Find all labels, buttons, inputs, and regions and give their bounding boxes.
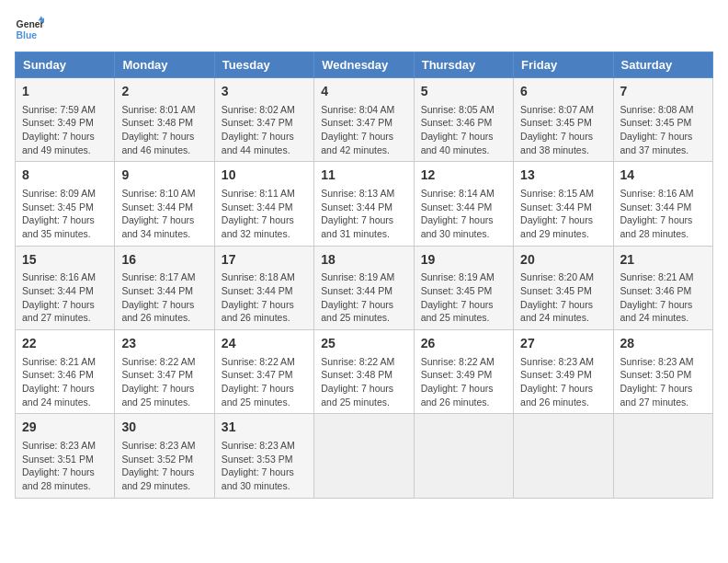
day-cell: 22Sunrise: 8:21 AMSunset: 3:46 PMDayligh… [16, 330, 115, 414]
day-info: Sunrise: 8:18 AMSunset: 3:44 PMDaylight:… [222, 270, 307, 325]
day-info: Sunrise: 8:15 AMSunset: 3:44 PMDaylight:… [520, 187, 606, 241]
day-number: 4 [321, 83, 406, 101]
col-header-wednesday: Wednesday [314, 52, 414, 78]
day-cell: 6Sunrise: 8:07 AMSunset: 3:45 PMDaylight… [514, 78, 613, 162]
day-info: Sunrise: 8:23 AMSunset: 3:50 PMDaylight:… [620, 355, 706, 409]
day-cell: 7Sunrise: 8:08 AMSunset: 3:45 PMDaylight… [613, 78, 712, 162]
calendar-body: 1Sunrise: 7:59 AMSunset: 3:49 PMDaylight… [16, 78, 713, 499]
day-cell [414, 414, 513, 498]
week-row-1: 1Sunrise: 7:59 AMSunset: 3:49 PMDaylight… [16, 78, 713, 162]
week-row-5: 29Sunrise: 8:23 AMSunset: 3:51 PMDayligh… [16, 414, 713, 498]
day-number: 18 [321, 251, 406, 270]
col-header-friday: Friday [514, 52, 613, 78]
day-number: 12 [421, 167, 506, 185]
day-number: 30 [121, 419, 207, 437]
day-cell: 21Sunrise: 8:21 AMSunset: 3:46 PMDayligh… [613, 246, 712, 329]
day-cell: 15Sunrise: 8:16 AMSunset: 3:44 PMDayligh… [16, 246, 115, 329]
day-info: Sunrise: 8:13 AMSunset: 3:44 PMDaylight:… [321, 187, 406, 241]
day-cell: 30Sunrise: 8:23 AMSunset: 3:52 PMDayligh… [115, 414, 214, 498]
day-info: Sunrise: 8:19 AMSunset: 3:45 PMDaylight:… [421, 270, 506, 325]
svg-text:General: General [17, 19, 44, 29]
day-number: 5 [421, 83, 506, 101]
day-number: 21 [620, 251, 706, 270]
day-cell: 5Sunrise: 8:05 AMSunset: 3:46 PMDaylight… [414, 78, 513, 162]
day-cell: 28Sunrise: 8:23 AMSunset: 3:50 PMDayligh… [613, 330, 712, 414]
day-info: Sunrise: 8:21 AMSunset: 3:46 PMDaylight:… [22, 355, 108, 409]
day-cell: 11Sunrise: 8:13 AMSunset: 3:44 PMDayligh… [314, 162, 414, 246]
week-row-4: 22Sunrise: 8:21 AMSunset: 3:46 PMDayligh… [16, 330, 713, 414]
header: General Blue [15, 15, 713, 44]
day-cell: 10Sunrise: 8:11 AMSunset: 3:44 PMDayligh… [214, 162, 313, 246]
day-cell: 20Sunrise: 8:20 AMSunset: 3:45 PMDayligh… [514, 246, 613, 329]
day-cell: 2Sunrise: 8:01 AMSunset: 3:48 PMDaylight… [115, 78, 214, 162]
day-info: Sunrise: 8:11 AMSunset: 3:44 PMDaylight:… [222, 187, 307, 241]
week-row-2: 8Sunrise: 8:09 AMSunset: 3:45 PMDaylight… [16, 162, 713, 246]
day-number: 29 [22, 419, 108, 437]
calendar-table: SundayMondayTuesdayWednesdayThursdayFrid… [15, 52, 713, 499]
day-number: 17 [222, 251, 307, 270]
day-cell: 31Sunrise: 8:23 AMSunset: 3:53 PMDayligh… [214, 414, 313, 498]
day-info: Sunrise: 8:17 AMSunset: 3:44 PMDaylight:… [121, 270, 207, 325]
day-cell: 9Sunrise: 8:10 AMSunset: 3:44 PMDaylight… [115, 162, 214, 246]
day-cell [613, 414, 712, 498]
day-cell: 17Sunrise: 8:18 AMSunset: 3:44 PMDayligh… [214, 246, 313, 329]
day-info: Sunrise: 8:22 AMSunset: 3:48 PMDaylight:… [321, 355, 406, 409]
day-cell: 1Sunrise: 7:59 AMSunset: 3:49 PMDaylight… [16, 78, 115, 162]
week-row-3: 15Sunrise: 8:16 AMSunset: 3:44 PMDayligh… [16, 246, 713, 329]
calendar-header-row: SundayMondayTuesdayWednesdayThursdayFrid… [16, 52, 713, 78]
day-info: Sunrise: 7:59 AMSunset: 3:49 PMDaylight:… [22, 103, 108, 157]
day-number: 15 [22, 251, 108, 270]
day-number: 14 [620, 167, 706, 185]
day-cell: 25Sunrise: 8:22 AMSunset: 3:48 PMDayligh… [314, 330, 414, 414]
day-number: 3 [222, 83, 307, 101]
day-info: Sunrise: 8:23 AMSunset: 3:52 PMDaylight:… [121, 439, 207, 493]
day-info: Sunrise: 8:19 AMSunset: 3:44 PMDaylight:… [321, 270, 406, 325]
day-number: 8 [22, 167, 108, 185]
day-number: 31 [222, 419, 307, 437]
day-number: 27 [520, 335, 606, 353]
col-header-sunday: Sunday [16, 52, 115, 78]
day-cell [314, 414, 414, 498]
day-info: Sunrise: 8:14 AMSunset: 3:44 PMDaylight:… [421, 187, 506, 241]
day-cell: 16Sunrise: 8:17 AMSunset: 3:44 PMDayligh… [115, 246, 214, 329]
day-number: 2 [121, 83, 207, 101]
day-number: 20 [520, 251, 606, 270]
day-cell: 27Sunrise: 8:23 AMSunset: 3:49 PMDayligh… [514, 330, 613, 414]
day-cell: 12Sunrise: 8:14 AMSunset: 3:44 PMDayligh… [414, 162, 513, 246]
day-info: Sunrise: 8:09 AMSunset: 3:45 PMDaylight:… [22, 187, 108, 241]
day-info: Sunrise: 8:01 AMSunset: 3:48 PMDaylight:… [121, 103, 207, 157]
day-number: 11 [321, 167, 406, 185]
day-info: Sunrise: 8:21 AMSunset: 3:46 PMDaylight:… [620, 270, 706, 325]
day-cell: 8Sunrise: 8:09 AMSunset: 3:45 PMDaylight… [16, 162, 115, 246]
svg-text:Blue: Blue [17, 30, 38, 40]
day-info: Sunrise: 8:02 AMSunset: 3:47 PMDaylight:… [222, 103, 307, 157]
day-info: Sunrise: 8:23 AMSunset: 3:49 PMDaylight:… [520, 355, 606, 409]
day-cell: 3Sunrise: 8:02 AMSunset: 3:47 PMDaylight… [214, 78, 313, 162]
col-header-tuesday: Tuesday [214, 52, 313, 78]
day-info: Sunrise: 8:23 AMSunset: 3:51 PMDaylight:… [22, 439, 108, 493]
day-number: 28 [620, 335, 706, 353]
day-info: Sunrise: 8:23 AMSunset: 3:53 PMDaylight:… [222, 439, 307, 493]
day-number: 7 [620, 83, 706, 101]
day-info: Sunrise: 8:16 AMSunset: 3:44 PMDaylight:… [22, 270, 108, 325]
day-number: 25 [321, 335, 406, 353]
day-cell: 26Sunrise: 8:22 AMSunset: 3:49 PMDayligh… [414, 330, 513, 414]
day-number: 10 [222, 167, 307, 185]
day-cell: 24Sunrise: 8:22 AMSunset: 3:47 PMDayligh… [214, 330, 313, 414]
day-cell [514, 414, 613, 498]
day-info: Sunrise: 8:16 AMSunset: 3:44 PMDaylight:… [620, 187, 706, 241]
day-number: 22 [22, 335, 108, 353]
day-cell: 14Sunrise: 8:16 AMSunset: 3:44 PMDayligh… [613, 162, 712, 246]
day-number: 6 [520, 83, 606, 101]
day-cell: 29Sunrise: 8:23 AMSunset: 3:51 PMDayligh… [16, 414, 115, 498]
day-cell: 19Sunrise: 8:19 AMSunset: 3:45 PMDayligh… [414, 246, 513, 329]
day-info: Sunrise: 8:22 AMSunset: 3:49 PMDaylight:… [421, 355, 506, 409]
day-info: Sunrise: 8:22 AMSunset: 3:47 PMDaylight:… [222, 355, 307, 409]
day-number: 26 [421, 335, 506, 353]
day-cell: 18Sunrise: 8:19 AMSunset: 3:44 PMDayligh… [314, 246, 414, 329]
day-info: Sunrise: 8:04 AMSunset: 3:47 PMDaylight:… [321, 103, 406, 157]
col-header-thursday: Thursday [414, 52, 513, 78]
day-number: 13 [520, 167, 606, 185]
day-info: Sunrise: 8:07 AMSunset: 3:45 PMDaylight:… [520, 103, 606, 157]
day-info: Sunrise: 8:08 AMSunset: 3:45 PMDaylight:… [620, 103, 706, 157]
